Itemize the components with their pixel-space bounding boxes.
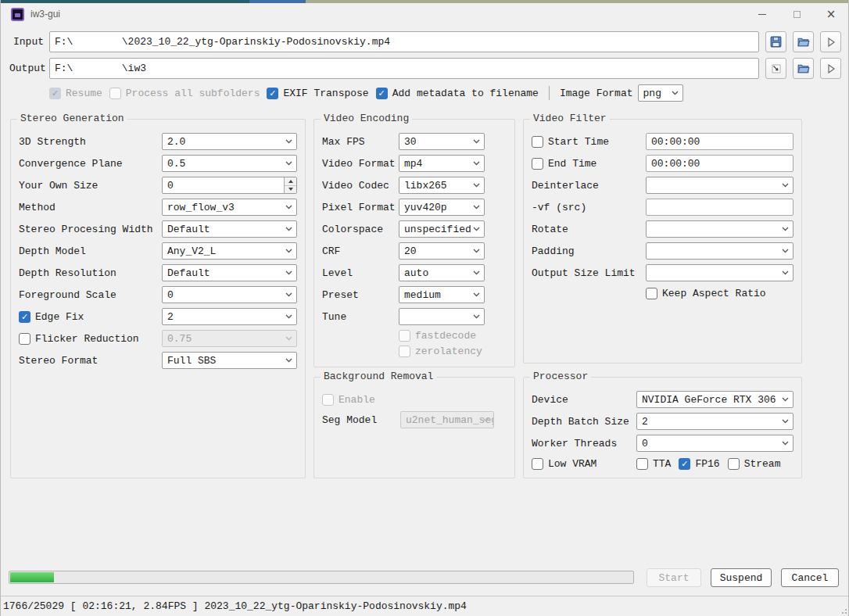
- end-time-checkbox[interactable]: [532, 158, 543, 170]
- spin-up-icon[interactable]: [285, 177, 296, 186]
- stereo-processing-width-labelcol: Stereo Procesing Width: [19, 224, 162, 235]
- chevron-down-icon: [285, 336, 292, 341]
- video-codec-select[interactable]: libx265: [399, 177, 485, 194]
- edge-fix-select[interactable]: 2: [162, 308, 297, 325]
- input-file-select-button[interactable]: [765, 31, 786, 52]
- input-play-button[interactable]: [820, 31, 841, 52]
- video-format-select[interactable]: mp4: [399, 155, 485, 172]
- output-path-field[interactable]: F:\ \iw3: [49, 58, 759, 79]
- output-size-limit-controlcol: [646, 264, 793, 281]
- stream-checkbox[interactable]: [728, 458, 740, 470]
- background-removal-group-title: Background Removal: [321, 371, 436, 382]
- proc-flags-row: Low VRAMTTA✓FP16Stream: [532, 454, 793, 473]
- vf-src-input[interactable]: [646, 199, 793, 216]
- tune-select[interactable]: [399, 308, 485, 325]
- suspend-button[interactable]: Suspend: [711, 568, 772, 587]
- flicker-reduction-row: Flicker Reduction0.75: [19, 328, 297, 349]
- level-value: auto: [404, 267, 428, 279]
- fastdecode-row: fastdecode: [322, 328, 507, 343]
- flicker-reduction-select: 0.75: [162, 330, 297, 347]
- stereo-format-select[interactable]: Full SBS: [162, 352, 297, 369]
- stereo-format-row: Stereo FormatFull SBS: [19, 349, 297, 371]
- options-row: ✓ResumeProcess all subfolders✓EXIF Trans…: [49, 84, 683, 102]
- depth-batch-size-value: 2: [642, 416, 648, 428]
- image-format-select[interactable]: png: [638, 84, 683, 102]
- resize-grip-icon[interactable]: [839, 606, 847, 614]
- spin-down-icon[interactable]: [285, 186, 296, 194]
- output-play-button[interactable]: [820, 58, 841, 79]
- zerolatency-checkbox: [399, 346, 410, 357]
- depth-batch-size-select[interactable]: 2: [636, 413, 793, 430]
- pixel-format-labelcol: Pixel Format: [322, 202, 399, 213]
- chevron-down-icon: [482, 417, 489, 422]
- close-button[interactable]: ×: [814, 3, 848, 25]
- padding-controlcol: [646, 242, 793, 260]
- method-select[interactable]: row_flow_v3: [162, 199, 297, 216]
- rotate-row: Rotate: [532, 218, 793, 240]
- video-filter-group: Video FilterStart Time00:00:00End Time00…: [523, 119, 802, 364]
- device-value: NVIDIA GeForce RTX 306: [642, 394, 776, 406]
- flicker-reduction-checkbox[interactable]: [19, 333, 30, 345]
- open-folder-icon: [797, 62, 810, 75]
- convergence-plane-select[interactable]: 0.5: [162, 155, 297, 172]
- chevron-down-icon: [285, 358, 292, 363]
- 3d-strength-select[interactable]: 2.0: [162, 133, 297, 150]
- start-time-labelcol: Start Time: [532, 136, 646, 148]
- your-own-size-spin-buttons: [284, 177, 296, 193]
- input-folder-select-button[interactable]: [793, 31, 814, 52]
- padding-select[interactable]: [646, 242, 793, 260]
- crf-select[interactable]: 20: [399, 242, 485, 260]
- output-folder-select-button[interactable]: [793, 58, 814, 79]
- pixel-format-label: Pixel Format: [322, 202, 396, 213]
- output-auto-path-button[interactable]: [765, 58, 786, 79]
- max-fps-select[interactable]: 30: [399, 133, 485, 150]
- output-size-limit-select[interactable]: [646, 264, 793, 281]
- chevron-down-icon: [473, 161, 480, 166]
- pixel-format-select[interactable]: yuv420p: [399, 199, 485, 216]
- rotate-select[interactable]: [646, 220, 793, 238]
- minimize-button[interactable]: [745, 3, 779, 25]
- 3d-strength-row: 3D Strength2.0: [19, 131, 297, 152]
- start-time-input[interactable]: 00:00:00: [646, 133, 793, 150]
- depth-resolution-select[interactable]: Default: [162, 264, 297, 281]
- max-fps-controlcol: 30: [399, 133, 507, 150]
- level-select[interactable]: auto: [399, 264, 485, 281]
- stereo-processing-width-select[interactable]: Default: [162, 220, 297, 238]
- device-select[interactable]: NVIDIA GeForce RTX 306: [636, 391, 793, 408]
- convergence-plane-label: Convergence Plane: [19, 158, 123, 170]
- chevron-down-icon: [473, 183, 480, 188]
- chevron-down-icon: [285, 292, 292, 297]
- add-metadata-to-filename-checkbox[interactable]: ✓: [376, 88, 388, 99]
- foreground-scale-select[interactable]: 0: [162, 286, 297, 303]
- low-vram-checkbox[interactable]: [532, 458, 543, 470]
- cancel-button[interactable]: Cancel: [781, 568, 839, 587]
- maximize-button[interactable]: [779, 3, 814, 25]
- depth-batch-size-labelcol: Depth Batch Size: [532, 416, 636, 428]
- stereo-generation-group-title: Stereo Generation: [17, 113, 127, 124]
- crf-row: CRF20: [322, 240, 507, 262]
- worker-threads-select[interactable]: 0: [636, 435, 793, 452]
- deinterlace-select[interactable]: [646, 177, 793, 194]
- preset-controlcol: medium: [399, 286, 507, 303]
- edge-fix-checkbox[interactable]: ✓: [19, 311, 30, 323]
- fp16-checkbox[interactable]: ✓: [679, 458, 690, 470]
- depth-model-select[interactable]: Any_V2_L: [162, 242, 297, 260]
- start-time-checkbox[interactable]: [532, 136, 543, 148]
- vf-src-labelcol: -vf (src): [532, 202, 646, 213]
- app-icon[interactable]: [11, 8, 24, 21]
- preset-select[interactable]: medium: [399, 286, 485, 303]
- input-path-field[interactable]: F:\ \2023_10_22_ytg-Oparinskiy-Podosinov…: [49, 31, 759, 52]
- preset-row: Presetmedium: [322, 284, 507, 306]
- edge-fix-row: ✓Edge Fix2: [19, 306, 297, 328]
- fastdecode-controlcol: fastdecode: [399, 330, 507, 342]
- window-title: iw3-gui: [30, 9, 60, 20]
- your-own-size-spinbox[interactable]: 0: [162, 177, 297, 194]
- deinterlace-labelcol: Deinterlace: [532, 180, 646, 192]
- exif-transpose-checkbox[interactable]: ✓: [267, 88, 278, 99]
- tta-checkbox[interactable]: [636, 458, 648, 470]
- keep-aspect-ratio-checkbox[interactable]: [646, 288, 657, 299]
- depth-resolution-controlcol: Default: [162, 264, 297, 281]
- low-vram-option: Low VRAM: [532, 458, 596, 470]
- end-time-input[interactable]: 00:00:00: [646, 155, 793, 172]
- colorspace-select[interactable]: unspecified: [399, 220, 485, 238]
